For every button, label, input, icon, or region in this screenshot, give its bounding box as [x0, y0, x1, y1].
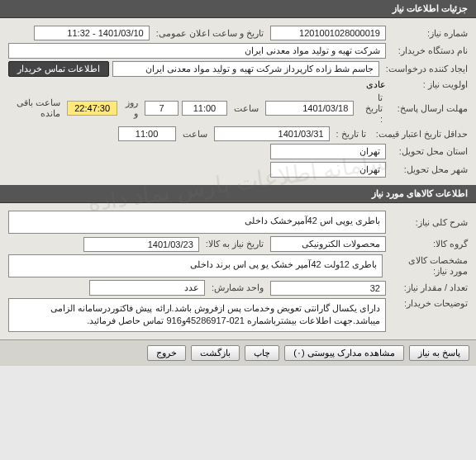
- to-date-label-2: تا تاریخ :: [333, 129, 369, 140]
- city-value: تهران: [270, 162, 386, 178]
- group-label: گروه کالا:: [389, 239, 468, 249]
- days-value: 7: [145, 101, 178, 116]
- remaining-label: ساعت باقی مانده: [8, 97, 64, 119]
- spec-value: باطری 12ولت 42آمپر خشک یو پی اس برند داخ…: [8, 254, 383, 277]
- footer-toolbar: پاسخ به نیاز مشاهده مدارک پیوستی (۰) چاپ…: [0, 339, 476, 366]
- reply-button[interactable]: پاسخ به نیاز: [409, 345, 469, 361]
- announce-label: تاریخ و ساعت اعلان عمومی:: [153, 28, 267, 39]
- countdown-timer: 22:47:30: [67, 101, 117, 116]
- exit-button[interactable]: خروج: [147, 345, 186, 361]
- desc-value: باطری یوپی اس 42آمپرخشک داخلی: [8, 211, 386, 234]
- need-info-section: شماره نیاز: 1201001028000019 تاریخ و ساع…: [0, 18, 476, 185]
- need-date-label: تاریخ نیاز به کالا:: [202, 239, 267, 249]
- spec-label: مشخصات کالای مورد نیاز:: [386, 255, 468, 277]
- days-label: روز و: [121, 97, 141, 119]
- qty-label: تعداد / مقدار نیاز:: [389, 282, 468, 293]
- buyer-value: شرکت تهیه و تولید مواد معدنی ایران: [8, 43, 386, 59]
- group-value: محصولات الکترونیکی: [270, 236, 386, 252]
- validity-date-value: 1401/03/31: [214, 126, 330, 141]
- priority-value: عادی: [366, 79, 386, 90]
- goods-info-section: شرح کلی نیاز: باطری یوپی اس 42آمپرخشک دا…: [0, 203, 476, 339]
- deadline-label: مهلت ارسال پاسخ:: [389, 103, 468, 114]
- notes-value: دارای یکسال گارانتی تعویض وخدمات پس ازفر…: [8, 298, 386, 332]
- back-button[interactable]: بازگشت: [191, 345, 240, 361]
- attachments-button[interactable]: مشاهده مدارک پیوستی (۰): [284, 345, 404, 361]
- need-date-value: 1401/03/23: [83, 237, 199, 252]
- need-number-value: 1201001028000019: [270, 26, 386, 40]
- announce-value: 1401/03/10 - 11:32: [34, 26, 150, 40]
- priority-label: اولویت نیاز :: [389, 79, 468, 90]
- contact-buyer-button[interactable]: اطلاعات تماس خریدار: [8, 61, 109, 77]
- city-label: شهر محل تحویل:: [389, 164, 468, 175]
- deadline-time-value: 11:00: [182, 101, 227, 116]
- time-label-2: ساعت: [179, 129, 211, 140]
- section-header-goods: اطلاعات کالاهای مورد نیاز: [0, 185, 476, 203]
- deadline-date-value: 1401/03/18: [265, 101, 354, 116]
- validity-label: حداقل تاریخ اعتبار قیمت:: [373, 129, 468, 140]
- to-date-label-1: تا تاریخ :: [357, 92, 386, 124]
- buyer-label: نام دستگاه خریدار:: [389, 45, 468, 56]
- desc-label: شرح کلی نیاز:: [389, 217, 468, 228]
- unit-value: عدد: [89, 280, 205, 296]
- time-label-1: ساعت: [231, 103, 262, 114]
- unit-label: واحد شمارش:: [208, 282, 267, 293]
- need-number-label: شماره نیاز:: [389, 28, 468, 39]
- notes-label: توضیحات خریدار:: [389, 298, 468, 309]
- qty-value: 32: [270, 281, 386, 296]
- validity-time-value: 11:00: [118, 126, 176, 141]
- province-label: استان محل تحویل:: [389, 146, 468, 157]
- creator-value: جاسم شط زاده کارپرداز شرکت تهیه و تولید …: [112, 61, 379, 77]
- section-header-need: جزئیات اطلاعات نیاز: [0, 0, 476, 18]
- province-value: تهران: [270, 144, 386, 159]
- print-button[interactable]: چاپ: [245, 345, 279, 361]
- creator-label: ایجاد کننده درخواست:: [383, 64, 468, 74]
